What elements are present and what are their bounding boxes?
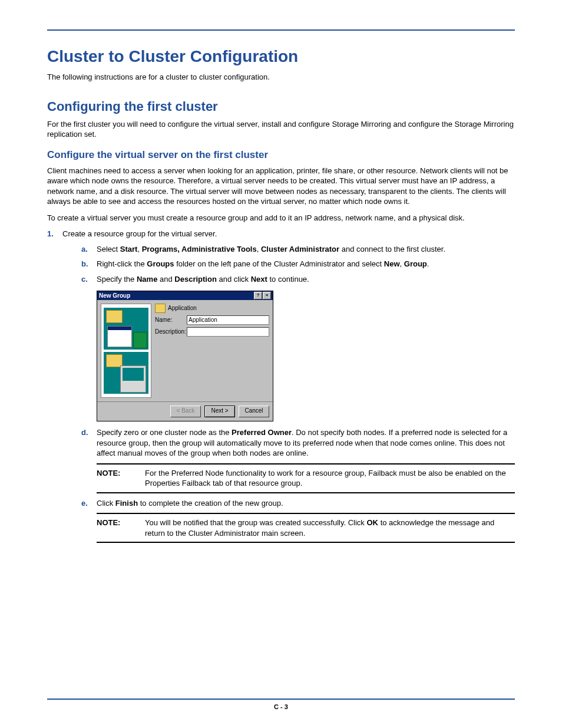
note-text: You will be notified that the group was … xyxy=(145,518,515,538)
step-number: 1. xyxy=(47,229,62,546)
name-label: Name: xyxy=(155,316,187,324)
note-label: NOTE: xyxy=(97,518,145,538)
section-heading: Configuring the first cluster xyxy=(47,99,515,114)
substep-marker: b. xyxy=(81,259,97,269)
dialog-artwork xyxy=(101,304,151,398)
substep-text: Right-click the Groups folder on the lef… xyxy=(97,259,515,269)
step-text: Create a resource group for the virtual … xyxy=(62,229,217,238)
folder-icon xyxy=(155,304,166,313)
next-button[interactable]: Next > xyxy=(204,406,235,417)
note-box: NOTE: For the Preferred Node functionali… xyxy=(97,463,515,493)
section-text: For the first cluster you will need to c… xyxy=(47,119,515,140)
note-label: NOTE: xyxy=(97,468,145,489)
name-field[interactable]: Application xyxy=(187,315,269,325)
intro-text: The following instructions are for a clu… xyxy=(47,72,515,83)
description-field[interactable] xyxy=(187,327,269,337)
subsection-heading: Configure the virtual server on the firs… xyxy=(47,149,515,161)
substep-text: Click Finish to complete the creation of… xyxy=(97,498,515,509)
substep-text: Specify the Name and Description and cli… xyxy=(97,274,515,285)
new-group-dialog: New Group ? × xyxy=(97,291,273,422)
note-box: NOTE: You will be notified that the grou… xyxy=(97,513,515,543)
substep-marker: a. xyxy=(81,244,97,255)
substep-marker: c. xyxy=(81,274,97,285)
subsection-text-1: Client machines need to access a server … xyxy=(47,166,515,207)
cancel-button[interactable]: Cancel xyxy=(239,406,269,417)
substep-text: Select Start, Programs, Administrative T… xyxy=(97,244,515,255)
help-icon[interactable]: ? xyxy=(254,292,262,299)
dialog-heading: Application xyxy=(168,304,197,312)
substep-marker: d. xyxy=(81,427,97,459)
back-button: < Back xyxy=(170,406,201,417)
subsection-text-2: To create a virtual server you must crea… xyxy=(47,213,515,223)
substep-text: Specify zero or one cluster node as the … xyxy=(97,427,515,459)
page-title: Cluster to Cluster Configuration xyxy=(47,47,515,66)
close-icon[interactable]: × xyxy=(263,292,271,299)
page-footer: C - 3 xyxy=(47,699,515,710)
dialog-title: New Group xyxy=(99,292,254,300)
substep-marker: e. xyxy=(81,498,97,509)
note-text: For the Preferred Node functionality to … xyxy=(145,468,515,489)
description-label: Description: xyxy=(155,328,187,336)
